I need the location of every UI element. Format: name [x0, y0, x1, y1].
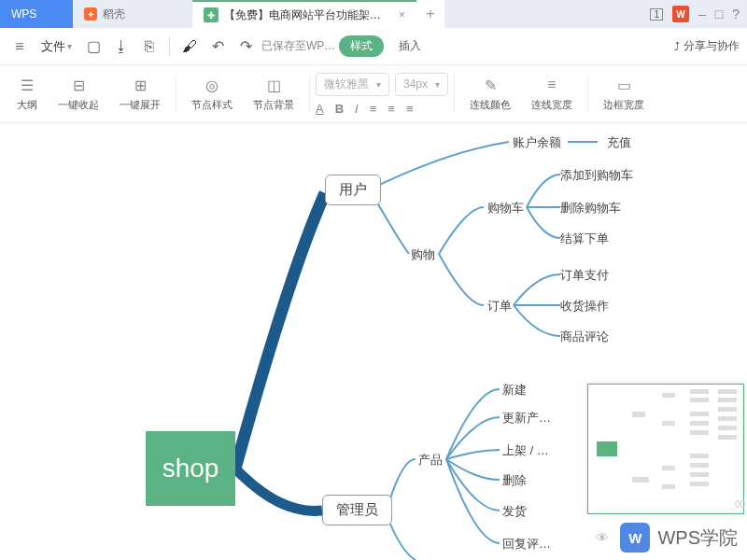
- line-width-icon: ≡: [543, 76, 561, 94]
- titlebar-spacer: [444, 0, 642, 28]
- mindmap-canvas[interactable]: shop 用户 管理员 账户余额 充值 购物 购物车 添加到购物车 删除购物车 …: [0, 123, 747, 560]
- product-leaf-0[interactable]: 新建: [502, 382, 527, 399]
- redo-icon[interactable]: ↷: [233, 35, 258, 59]
- eye-icon: 👁: [596, 530, 609, 545]
- align-center-icon[interactable]: ≡: [388, 102, 395, 116]
- brush-icon[interactable]: 🖌: [177, 35, 202, 59]
- bold-icon[interactable]: B: [335, 102, 344, 116]
- order-leaf-1[interactable]: 收货操作: [560, 298, 609, 315]
- order-node[interactable]: 订单: [487, 298, 512, 315]
- order-leaf-2[interactable]: 商品评论: [560, 329, 609, 345]
- window-controls: 1 W – □ ?: [642, 0, 747, 28]
- menu-icon[interactable]: ≡: [7, 35, 32, 59]
- share-icon: ⤴: [674, 40, 680, 53]
- product-node[interactable]: 产品: [418, 452, 443, 469]
- cart-leaf-2[interactable]: 结算下单: [560, 231, 609, 247]
- border-width-button[interactable]: ▭边框宽度: [594, 72, 654, 116]
- font-family-select[interactable]: 微软雅黑▾: [316, 73, 389, 96]
- download-icon[interactable]: ⭳: [109, 35, 134, 59]
- node-style-icon: ◎: [203, 76, 221, 94]
- expand-button[interactable]: ⊞一键展开: [110, 72, 170, 116]
- watermark: 👁 W WPS学院: [596, 523, 738, 553]
- user-node[interactable]: 用户: [325, 175, 381, 205]
- open-icon[interactable]: ▢: [81, 35, 106, 59]
- style-tab[interactable]: 样式: [339, 35, 384, 57]
- export-icon[interactable]: ⎘: [137, 35, 162, 59]
- document-title: 【免费】电商网站平台功能架构图: [224, 7, 389, 23]
- share-button[interactable]: ⤴ 分享与协作: [674, 38, 740, 54]
- separator: [454, 76, 455, 113]
- recharge-node[interactable]: 充值: [607, 134, 631, 151]
- cart-leaf-0[interactable]: 添加到购物车: [560, 167, 633, 184]
- collapse-icon: ⊟: [69, 76, 88, 94]
- font-size-select[interactable]: 34px▾: [395, 73, 448, 96]
- line-color-icon: ✎: [481, 76, 500, 94]
- admin-node[interactable]: 管理员: [322, 495, 392, 525]
- separator: [169, 37, 170, 56]
- product-leaf-1[interactable]: 更新产…: [502, 410, 551, 427]
- fire-icon: ✦: [84, 7, 97, 21]
- border-width-icon: ▭: [614, 76, 633, 94]
- root-node[interactable]: shop: [146, 431, 235, 506]
- outline-button[interactable]: ☰大纲: [7, 72, 47, 116]
- product-leaf-3[interactable]: 删除: [502, 472, 527, 489]
- file-menu[interactable]: 文件▾: [35, 35, 78, 59]
- maximize-button[interactable]: □: [715, 7, 723, 21]
- separator: [587, 76, 588, 113]
- toolbar: ☰大纲 ⊟一键收起 ⊞一键展开 ◎节点样式 ◫节点背景 微软雅黑▾ 34px▾ …: [0, 65, 747, 123]
- product-leaf-5[interactable]: 回复评…: [502, 536, 551, 553]
- minimap[interactable]: [586, 383, 743, 513]
- align-left-icon[interactable]: ≡: [370, 102, 377, 116]
- wps-logo-icon[interactable]: W: [672, 6, 689, 22]
- outline-icon: ☰: [18, 76, 36, 94]
- wps-badge-icon: W: [620, 523, 650, 553]
- document-tab[interactable]: ✚ 【免费】电商网站平台功能架构图 ×: [192, 0, 416, 28]
- help-button[interactable]: ?: [732, 7, 740, 21]
- line-width-button[interactable]: ≡连线宽度: [522, 72, 582, 116]
- font-color-icon[interactable]: A: [316, 102, 324, 116]
- node-bg-button[interactable]: ◫节点背景: [244, 72, 303, 116]
- node-bg-icon: ◫: [264, 76, 283, 94]
- product-leaf-4[interactable]: 发货: [502, 503, 527, 520]
- align-right-icon[interactable]: ≡: [406, 102, 414, 116]
- new-tab-button[interactable]: +: [416, 0, 444, 28]
- minimize-button[interactable]: –: [698, 7, 706, 21]
- close-tab-icon[interactable]: ×: [399, 8, 405, 21]
- balance-node[interactable]: 账户余额: [513, 134, 561, 151]
- menu-bar: ≡ 文件▾ ▢ ⭳ ⎘ 🖌 ↶ ↷ 已保存至WP… 样式 插入 ⤴ 分享与协作: [0, 28, 747, 65]
- italic-icon[interactable]: I: [355, 102, 359, 116]
- mindmap-icon: ✚: [204, 7, 218, 22]
- tab-count[interactable]: 1: [650, 8, 663, 21]
- daoke-label: 稻壳: [103, 7, 125, 22]
- expand-icon: ⊞: [131, 76, 149, 94]
- minimap-viewport[interactable]: [587, 384, 744, 514]
- save-status: 已保存至WP…: [261, 38, 335, 54]
- cart-node[interactable]: 购物车: [487, 200, 524, 217]
- insert-tab[interactable]: 插入: [388, 35, 432, 57]
- undo-icon[interactable]: ↶: [205, 35, 230, 59]
- watermark-text: WPS学院: [657, 525, 738, 551]
- order-leaf-0[interactable]: 订单支付: [560, 267, 609, 284]
- product-leaf-2[interactable]: 上架 / …: [502, 442, 549, 459]
- daoke-tab[interactable]: ✦ 稻壳: [73, 0, 192, 28]
- separator: [309, 76, 310, 113]
- line-color-button[interactable]: ✎连线颜色: [460, 72, 520, 116]
- title-bar: WPS ✦ 稻壳 ✚ 【免费】电商网站平台功能架构图 × + 1 W – □ ?: [0, 0, 747, 28]
- collapse-button[interactable]: ⊟一键收起: [49, 72, 108, 116]
- shopping-node[interactable]: 购物: [411, 246, 435, 263]
- font-controls: 微软雅黑▾ 34px▾ A B I ≡ ≡ ≡: [316, 73, 448, 116]
- cart-leaf-1[interactable]: 删除购物车: [560, 200, 621, 217]
- zoom-level: 00: [735, 499, 745, 510]
- node-style-button[interactable]: ◎节点样式: [182, 72, 242, 116]
- wps-tab[interactable]: WPS: [0, 0, 73, 28]
- separator: [176, 76, 176, 113]
